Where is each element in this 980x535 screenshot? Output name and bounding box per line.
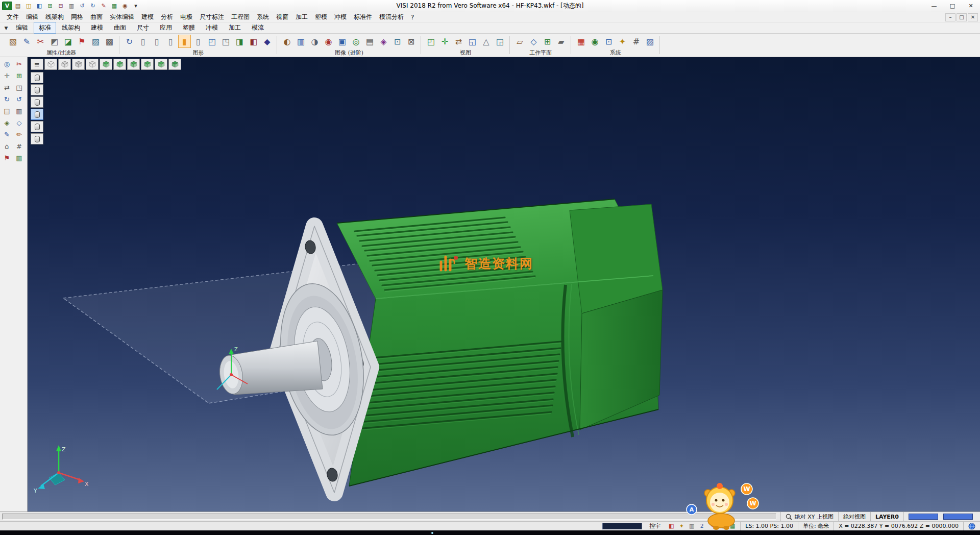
- minimize-button[interactable]: —: [925, 0, 943, 12]
- tab-mold[interactable]: 塑膜: [178, 22, 200, 34]
- menu-die[interactable]: 冲模: [331, 13, 350, 21]
- ribbon-icon[interactable]: ▮: [178, 35, 191, 48]
- quick-access-icon[interactable]: ↻: [88, 2, 98, 10]
- ribbon-icon[interactable]: ◑: [308, 35, 321, 48]
- ribbon-icon[interactable]: ✛: [438, 35, 451, 48]
- ribbon-icon[interactable]: ▱: [513, 35, 526, 48]
- layer-database-button[interactable]: [31, 84, 43, 95]
- view-cube-button[interactable]: [127, 59, 140, 70]
- menu-drafting[interactable]: 工程图: [228, 13, 253, 21]
- ribbon-icon[interactable]: ◳: [219, 35, 232, 48]
- ribbon-icon[interactable]: ▨: [89, 35, 102, 48]
- view-cube-button[interactable]: [86, 59, 99, 70]
- tab-wireframe[interactable]: 线架构: [57, 22, 85, 34]
- ribbon-icon[interactable]: ✦: [616, 35, 629, 48]
- menu-help[interactable]: ?: [407, 14, 418, 21]
- menu-window[interactable]: 视窗: [273, 13, 292, 21]
- menu-dimension[interactable]: 尺寸标注: [196, 13, 228, 21]
- side-tool-icon[interactable]: ↺: [14, 94, 24, 104]
- ribbon-icon[interactable]: ◩: [48, 35, 61, 48]
- quick-access-icon[interactable]: ▤: [13, 2, 23, 10]
- ribbon-icon[interactable]: ⊞: [541, 35, 554, 48]
- menu-electrode[interactable]: 电极: [177, 13, 196, 21]
- ribbon-icon[interactable]: ▤: [363, 35, 376, 48]
- menu-flow-analysis[interactable]: 模流分析: [376, 13, 407, 21]
- side-tool-icon[interactable]: ▤: [2, 106, 12, 116]
- tab-die[interactable]: 冲模: [201, 22, 223, 34]
- side-tool-icon[interactable]: #: [14, 141, 24, 151]
- side-tool-icon[interactable]: ⇄: [2, 83, 12, 92]
- side-tool-icon[interactable]: ⊞: [14, 71, 24, 81]
- menu-surface[interactable]: 曲面: [87, 13, 106, 21]
- ribbon-icon[interactable]: ◲: [494, 35, 506, 48]
- side-tool-icon[interactable]: ◎: [2, 59, 12, 69]
- menu-solid-edit[interactable]: 实体编辑: [106, 13, 138, 21]
- quick-access-icon[interactable]: ↺: [77, 2, 87, 10]
- tab-flow[interactable]: 模流: [247, 22, 269, 34]
- line-style-swatch[interactable]: [943, 514, 973, 520]
- ribbon-icon[interactable]: ▰: [555, 35, 568, 48]
- menu-edit[interactable]: 编辑: [22, 13, 42, 21]
- quick-access-icon[interactable]: ◉: [120, 2, 130, 10]
- ribbon-icon[interactable]: ▣: [336, 35, 349, 48]
- quick-access-icon[interactable]: ⊟: [56, 2, 66, 10]
- ribbon-icon[interactable]: ◧: [247, 35, 260, 48]
- menu-machining[interactable]: 加工: [292, 13, 311, 21]
- view-cube-button[interactable]: [141, 59, 154, 70]
- quick-access-icon[interactable]: ◧: [34, 2, 44, 10]
- menu-analysis[interactable]: 分析: [157, 13, 177, 21]
- side-tool-icon[interactable]: ✛: [2, 71, 12, 81]
- view-cube-button[interactable]: [155, 59, 167, 70]
- ribbon-icon[interactable]: △: [480, 35, 493, 48]
- ribbon-icon[interactable]: ◆: [261, 35, 274, 48]
- ribbon-icon[interactable]: ▥: [295, 35, 307, 48]
- tab-modeling[interactable]: 建模: [86, 22, 108, 34]
- child-restore-button[interactable]: □: [957, 13, 967, 21]
- snap-toggle[interactable]: 控宇: [646, 522, 664, 530]
- side-tool-icon[interactable]: ⚑: [2, 153, 12, 163]
- side-tool-icon[interactable]: ◳: [14, 83, 24, 92]
- view-cube-button[interactable]: [72, 59, 85, 70]
- layer-database-button[interactable]: [31, 121, 43, 132]
- layer-database-button[interactable]: [31, 96, 43, 108]
- menu-mesh[interactable]: 网格: [67, 13, 87, 21]
- layer-color-swatch[interactable]: [909, 514, 938, 520]
- ribbon-icon[interactable]: ◉: [589, 35, 601, 48]
- horizontal-scrollbar[interactable]: [2, 514, 776, 520]
- view-cube-button[interactable]: [58, 59, 71, 70]
- side-tool-icon[interactable]: ✎: [2, 130, 12, 139]
- layer-cell[interactable]: LAYER0: [870, 512, 903, 521]
- view-reference-cell[interactable]: 绝对 XY 上视图: [780, 512, 838, 521]
- ribbon-icon[interactable]: ◈: [377, 35, 390, 48]
- view-cube-button[interactable]: [44, 59, 57, 70]
- ribbon-icon[interactable]: ◰: [425, 35, 437, 48]
- ribbon-icon[interactable]: ⚑: [76, 35, 88, 48]
- tab-standard[interactable]: 标准: [34, 22, 56, 34]
- view-cube-button[interactable]: [168, 59, 181, 70]
- quick-access-icon[interactable]: ▾: [131, 2, 141, 10]
- side-tool-icon[interactable]: ▥: [14, 106, 24, 116]
- layer-database-button[interactable]: [31, 133, 43, 144]
- ribbon-icon[interactable]: ◨: [233, 35, 246, 48]
- view-cube-button[interactable]: [100, 59, 112, 70]
- tab-edit[interactable]: 编辑: [11, 22, 33, 34]
- ribbon-icon[interactable]: ▨: [644, 35, 656, 48]
- side-tool-icon[interactable]: ⌂: [2, 141, 12, 151]
- menu-modeling[interactable]: 建模: [138, 13, 157, 21]
- ribbon-icon[interactable]: #: [630, 35, 643, 48]
- status-tool-icon[interactable]: ◧: [667, 522, 676, 530]
- ribbon-icon[interactable]: ▯: [137, 35, 150, 48]
- ribbon-icon[interactable]: ✎: [20, 35, 33, 48]
- ribbon-icon[interactable]: ⇄: [452, 35, 465, 48]
- ribbon-icon[interactable]: ✂: [34, 35, 47, 48]
- tab-machining[interactable]: 加工: [224, 22, 246, 34]
- ribbon-icon[interactable]: ▩: [103, 35, 116, 48]
- ribbon-icon[interactable]: ⊠: [405, 35, 418, 48]
- ribbon-icon[interactable]: ◎: [350, 35, 362, 48]
- tab-dimension[interactable]: 尺寸: [132, 22, 154, 34]
- ribbon-icon[interactable]: ▧: [7, 35, 19, 48]
- motor-body[interactable]: [337, 199, 663, 486]
- quick-access-icon[interactable]: ◫: [23, 2, 34, 10]
- child-close-button[interactable]: ✕: [968, 13, 978, 21]
- ribbon-icon[interactable]: ◐: [281, 35, 293, 48]
